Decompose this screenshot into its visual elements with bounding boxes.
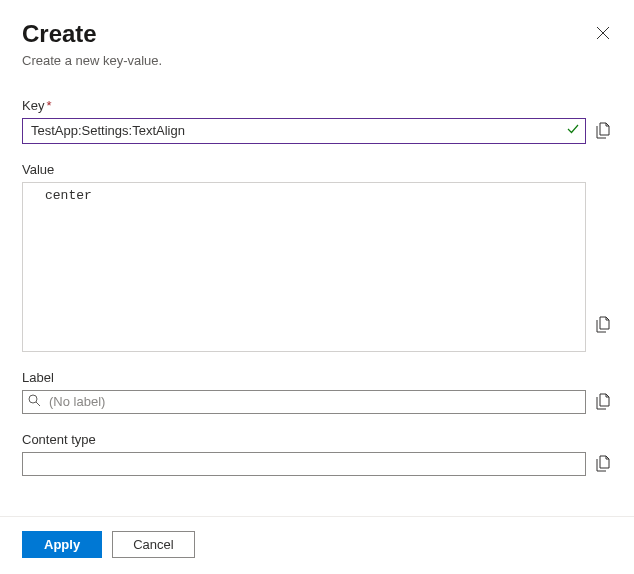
- cancel-button[interactable]: Cancel: [112, 531, 194, 558]
- search-icon: [28, 393, 41, 411]
- copy-value-button[interactable]: [594, 316, 612, 334]
- close-icon: [596, 26, 610, 40]
- key-label: Key*: [22, 98, 612, 113]
- key-input[interactable]: [22, 118, 586, 144]
- checkmark-icon: [566, 122, 580, 140]
- svg-point-0: [29, 395, 37, 403]
- copy-icon: [596, 393, 611, 410]
- copy-icon: [596, 455, 611, 472]
- panel-footer: Apply Cancel: [0, 516, 634, 574]
- content-type-label: Content type: [22, 432, 612, 447]
- copy-icon: [596, 122, 611, 139]
- close-button[interactable]: [594, 24, 612, 42]
- label-input[interactable]: [22, 390, 586, 414]
- content-type-input[interactable]: [22, 452, 586, 476]
- value-textarea[interactable]: [22, 182, 586, 352]
- copy-icon: [596, 316, 611, 333]
- value-label: Value: [22, 162, 612, 177]
- copy-content-type-button[interactable]: [594, 455, 612, 473]
- panel-subtitle: Create a new key-value.: [22, 53, 162, 68]
- apply-button[interactable]: Apply: [22, 531, 102, 558]
- required-indicator: *: [46, 98, 51, 113]
- panel-title: Create: [22, 20, 162, 49]
- label-label: Label: [22, 370, 612, 385]
- copy-label-button[interactable]: [594, 393, 612, 411]
- copy-key-button[interactable]: [594, 122, 612, 140]
